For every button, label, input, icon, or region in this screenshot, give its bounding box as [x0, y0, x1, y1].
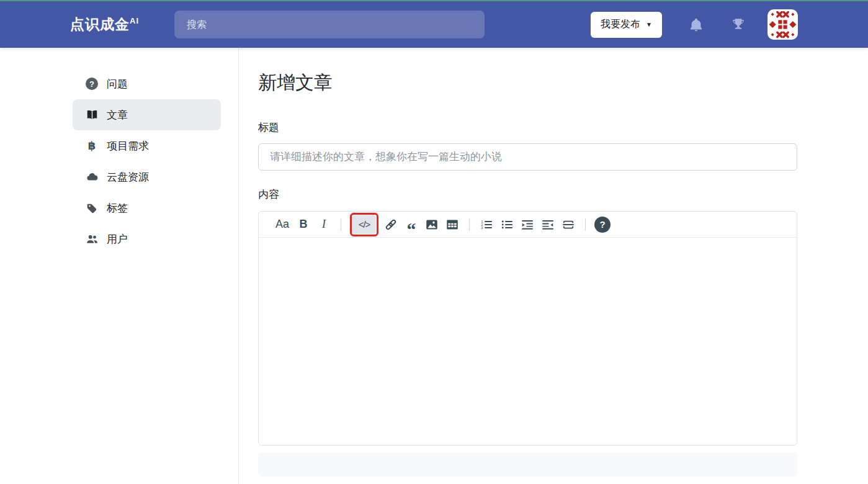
- sidebar-item-project-requests[interactable]: ฿ 项目需求: [73, 130, 221, 161]
- sidebar-item-label: 用户: [107, 232, 128, 246]
- search-input[interactable]: [174, 11, 485, 38]
- code-button[interactable]: </>: [352, 215, 376, 234]
- editor-text-area[interactable]: [259, 238, 797, 445]
- table-button[interactable]: [443, 215, 462, 234]
- link-button[interactable]: [382, 215, 400, 234]
- main-content: 新增文章 标题 内容 Aa B I </> “: [239, 48, 868, 484]
- page-title: 新增文章: [258, 70, 797, 96]
- content-field-label: 内容: [258, 187, 797, 202]
- sidebar-item-cloud-resources[interactable]: 云盘资源: [73, 161, 221, 192]
- publish-button-label: 我要发布: [601, 18, 640, 31]
- toolbar-divider: [341, 218, 341, 231]
- sidebar: ? 问题 文章 ฿ 项目需求 云盘资源 标签: [0, 48, 239, 484]
- navbar: 点识成金AI 我要发布 ▼: [0, 1, 868, 48]
- italic-button[interactable]: I: [315, 215, 333, 234]
- caret-down-icon: ▼: [646, 21, 652, 28]
- users-icon: [85, 233, 99, 245]
- font-size-button[interactable]: Aa: [272, 215, 292, 234]
- help-icon: ?: [599, 219, 605, 230]
- trophy-icon[interactable]: [730, 16, 746, 34]
- link-icon: [385, 218, 397, 231]
- cloud-icon: [85, 171, 99, 183]
- avatar[interactable]: [767, 9, 798, 40]
- title-input[interactable]: [258, 143, 797, 171]
- indent-icon: [521, 218, 534, 231]
- sidebar-item-label: 文章: [107, 108, 128, 122]
- question-circle-icon: ?: [85, 78, 99, 90]
- sidebar-item-users[interactable]: 用户: [73, 223, 221, 254]
- toolbar-divider: [585, 218, 586, 231]
- svg-text:3: 3: [481, 225, 483, 229]
- table-icon: [446, 218, 459, 231]
- image-icon: [426, 218, 438, 231]
- editor-toolbar: Aa B I </> “: [259, 212, 797, 238]
- highlight-box: </>: [350, 213, 378, 236]
- quote-button[interactable]: “: [402, 215, 421, 234]
- toolbar-divider: [469, 218, 470, 231]
- unordered-list-icon: [501, 218, 513, 231]
- outdent-icon: [542, 218, 554, 231]
- quote-icon: “: [407, 220, 416, 239]
- ordered-list-icon: 123: [480, 218, 493, 231]
- ordered-list-button[interactable]: 123: [477, 215, 496, 234]
- sidebar-item-label: 项目需求: [107, 139, 149, 153]
- tag-icon: [85, 202, 99, 214]
- content-editor: Aa B I </> “: [258, 211, 797, 446]
- bell-icon[interactable]: [688, 16, 704, 34]
- sidebar-item-label: 云盘资源: [107, 170, 149, 184]
- publish-button[interactable]: 我要发布 ▼: [591, 12, 662, 38]
- image-button[interactable]: [423, 215, 441, 234]
- logo-superscript: AI: [130, 16, 139, 25]
- unordered-list-button[interactable]: [498, 215, 516, 234]
- sidebar-item-label: 标签: [107, 201, 128, 215]
- sidebar-item-questions[interactable]: ? 问题: [73, 68, 221, 99]
- outdent-button[interactable]: [539, 215, 557, 234]
- horizontal-rule-button[interactable]: [559, 215, 578, 234]
- help-button[interactable]: ?: [594, 217, 611, 233]
- sidebar-item-articles[interactable]: 文章: [73, 99, 221, 130]
- logo-text: 点识成金: [70, 16, 130, 32]
- sidebar-item-label: 问题: [107, 77, 128, 91]
- bold-button[interactable]: B: [294, 215, 313, 234]
- horizontal-rule-icon: [562, 218, 575, 231]
- sidebar-item-tags[interactable]: 标签: [73, 192, 221, 223]
- book-icon: [85, 109, 99, 121]
- app-logo[interactable]: 点识成金AI: [70, 15, 139, 34]
- title-field-label: 标题: [258, 120, 797, 135]
- bitcoin-icon: ฿: [85, 139, 99, 153]
- navbar-right: 我要发布 ▼: [591, 9, 798, 40]
- preview-bar: [258, 452, 797, 477]
- indent-button[interactable]: [518, 215, 537, 234]
